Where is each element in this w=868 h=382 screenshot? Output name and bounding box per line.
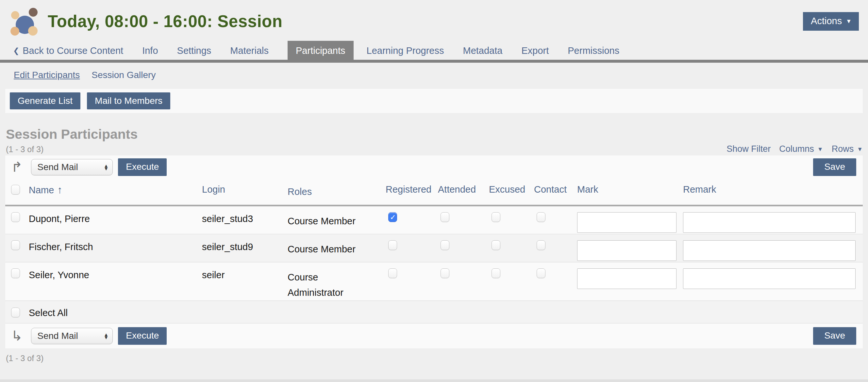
- contact-checkbox[interactable]: ✓: [537, 268, 546, 278]
- tab-learning-progress[interactable]: Learning Progress: [367, 41, 444, 63]
- session-icon-dot: [10, 27, 19, 36]
- table-controls: Show Filter Columns ▼ Rows ▼: [726, 144, 863, 154]
- page-header: Today, 08:00 - 16:00: Session Actions ▼: [0, 0, 868, 40]
- save-button-bottom[interactable]: Save: [813, 327, 856, 345]
- bulk-action-select-value: Send Mail: [37, 331, 103, 341]
- check-icon: ✓: [390, 213, 396, 222]
- participant-login: seiler_stud3: [202, 206, 287, 224]
- bulk-action-row-bottom: ↳ Send Mail ▲ ▼ Execute Save: [5, 323, 863, 348]
- tab-info[interactable]: Info: [142, 41, 158, 63]
- select-all-row: ✓ Select All: [5, 301, 863, 323]
- remark-input[interactable]: [683, 212, 856, 233]
- mark-input[interactable]: [577, 240, 677, 261]
- table-header-row: ✓ Name ↑ Login Roles Registered Attended…: [5, 179, 863, 206]
- save-button-top[interactable]: Save: [813, 158, 856, 176]
- mark-input[interactable]: [577, 268, 677, 289]
- actions-button-label: Actions: [811, 16, 842, 27]
- back-to-course-content-link[interactable]: ❮ Back to Course Content: [13, 41, 123, 63]
- sort-ascending-icon: ↑: [57, 184, 62, 196]
- registered-checkbox[interactable]: ✓: [388, 240, 397, 250]
- execute-button-top[interactable]: Execute: [118, 158, 167, 176]
- column-header-login[interactable]: Login: [202, 179, 287, 200]
- attended-checkbox[interactable]: ✓: [440, 212, 450, 222]
- tab-materials[interactable]: Materials: [230, 41, 269, 63]
- subtab-session-gallery[interactable]: Session Gallery: [92, 70, 156, 80]
- toolbar: Generate List Mail to Members: [5, 89, 863, 113]
- table-row: ✓ Fischer, Fritsch seiler_stud9 Course M…: [5, 235, 863, 263]
- select-all-checkbox[interactable]: ✓: [11, 308, 20, 317]
- chevron-down-icon: ▼: [817, 146, 823, 153]
- excused-checkbox[interactable]: ✓: [492, 240, 500, 250]
- actions-button[interactable]: Actions ▼: [803, 12, 859, 31]
- column-header-remark[interactable]: Remark: [683, 179, 863, 200]
- header-select-checkbox[interactable]: ✓: [11, 185, 20, 195]
- contact-checkbox[interactable]: ✓: [537, 240, 546, 250]
- participant-roles: Course Member: [287, 235, 385, 257]
- generate-list-button[interactable]: Generate List: [10, 93, 81, 109]
- participant-name: Seiler, Yvonne: [29, 263, 202, 280]
- chevron-down-icon: ▼: [857, 146, 863, 153]
- back-link-label: Back to Course Content: [23, 45, 123, 56]
- column-header-attended[interactable]: Attended: [438, 179, 489, 200]
- tab-metadata[interactable]: Metadata: [463, 41, 503, 63]
- columns-dropdown-label: Columns: [779, 144, 814, 154]
- column-header-roles[interactable]: Roles: [287, 179, 385, 205]
- chevron-down-icon: ▼: [846, 18, 852, 25]
- mark-input[interactable]: [577, 212, 677, 233]
- row-select-checkbox[interactable]: ✓: [11, 268, 20, 278]
- participant-login: seiler_stud9: [202, 235, 287, 252]
- sub-tab-bar: Edit Participants Session Gallery: [0, 63, 868, 86]
- rows-dropdown-label: Rows: [832, 144, 854, 154]
- session-icon: [9, 7, 40, 35]
- page-title: Today, 08:00 - 16:00: Session: [48, 12, 282, 31]
- rows-dropdown[interactable]: Rows ▼: [832, 144, 863, 154]
- column-header-contact[interactable]: Contact: [534, 179, 577, 200]
- remark-input[interactable]: [683, 240, 856, 261]
- column-header-mark[interactable]: Mark: [577, 179, 683, 200]
- column-header-excused[interactable]: Excused: [489, 179, 534, 200]
- excused-checkbox[interactable]: ✓: [492, 212, 500, 222]
- columns-dropdown[interactable]: Columns ▼: [779, 144, 823, 154]
- session-icon-dot: [29, 8, 38, 16]
- column-header-name-label: Name: [29, 185, 54, 196]
- stepper-down-icon: ▼: [103, 167, 108, 170]
- session-icon-dot: [28, 26, 38, 36]
- row-select-checkbox[interactable]: ✓: [11, 212, 20, 222]
- registered-checkbox[interactable]: ✓: [388, 212, 397, 222]
- select-all-label: Select All: [29, 301, 68, 318]
- column-header-name[interactable]: Name ↑: [29, 179, 202, 201]
- remark-input[interactable]: [683, 268, 856, 289]
- bulk-action-select-bottom[interactable]: Send Mail ▲ ▼: [31, 328, 113, 344]
- show-filter-link[interactable]: Show Filter: [726, 144, 771, 154]
- select-stepper-icon: ▲ ▼: [103, 164, 108, 170]
- attended-checkbox[interactable]: ✓: [440, 240, 450, 250]
- bulk-action-select-value: Send Mail: [37, 162, 103, 172]
- apply-to-selection-bottom-arrow-icon: ↳: [11, 329, 23, 343]
- row-select-checkbox[interactable]: ✓: [11, 240, 20, 250]
- tab-bar: ❮ Back to Course Content Info Settings M…: [0, 40, 868, 63]
- registered-checkbox[interactable]: ✓: [388, 268, 397, 278]
- table-meta-row: (1 - 3 of 3) Show Filter Columns ▼ Rows …: [6, 144, 863, 154]
- participant-roles: Course Member: [287, 206, 385, 229]
- bulk-action-row-top: ↱ Send Mail ▲ ▼ Execute Save: [5, 155, 863, 179]
- excused-checkbox[interactable]: ✓: [492, 268, 500, 278]
- participant-roles: Course Administrator: [287, 263, 385, 300]
- section-title: Session Participants: [6, 127, 868, 142]
- stepper-down-icon: ▼: [103, 336, 108, 339]
- tab-participants[interactable]: Participants: [287, 41, 353, 63]
- mail-to-members-button[interactable]: Mail to Members: [87, 93, 170, 109]
- tab-permissions[interactable]: Permissions: [568, 41, 619, 63]
- attended-checkbox[interactable]: ✓: [440, 268, 450, 278]
- tab-settings[interactable]: Settings: [177, 41, 212, 63]
- participants-table: ↱ Send Mail ▲ ▼ Execute Save ✓ Name ↑ Lo…: [5, 155, 863, 348]
- result-range-top: (1 - 3 of 3): [6, 145, 43, 154]
- execute-button-bottom[interactable]: Execute: [118, 327, 167, 345]
- contact-checkbox[interactable]: ✓: [537, 212, 546, 222]
- subtab-edit-participants[interactable]: Edit Participants: [14, 70, 80, 80]
- column-header-registered[interactable]: Registered: [385, 179, 438, 200]
- select-stepper-icon: ▲ ▼: [103, 333, 108, 339]
- table-row: ✓ Dupont, Pierre seiler_stud3 Course Mem…: [5, 206, 863, 235]
- bulk-action-select-top[interactable]: Send Mail ▲ ▼: [31, 159, 113, 175]
- chevron-left-icon: ❮: [13, 46, 19, 55]
- tab-export[interactable]: Export: [521, 41, 549, 63]
